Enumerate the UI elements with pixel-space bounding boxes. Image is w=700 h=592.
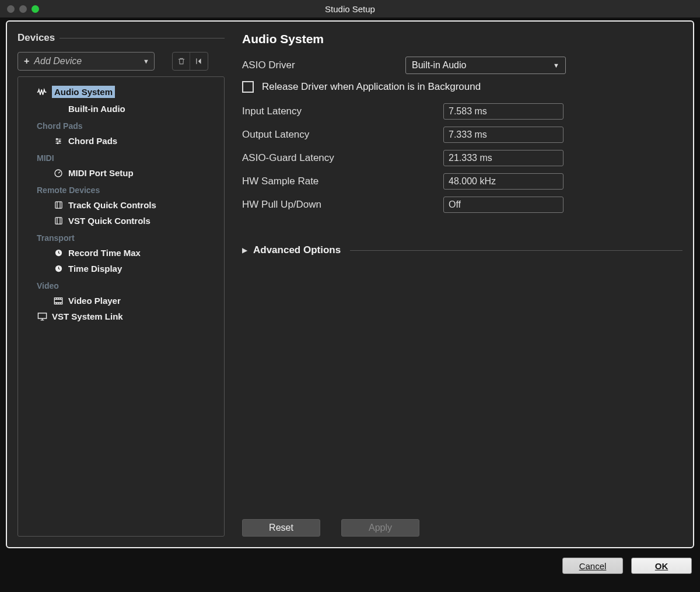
tree-item-audio-system[interactable]: Audio System <box>19 83 223 101</box>
input-latency-row: Input Latency 7.583 ms <box>242 103 682 120</box>
group-remote-devices: Remote Devices <box>19 181 223 197</box>
devices-tree: Audio System • Built-in Audio Chord Pads… <box>18 76 225 537</box>
apply-button[interactable]: Apply <box>341 519 419 537</box>
content-panel: Audio System ASIO Driver Built-in Audio … <box>242 32 682 537</box>
rewind-icon <box>195 57 203 65</box>
window-title: Studio Setup <box>0 4 700 14</box>
devices-icon-buttons <box>172 52 208 71</box>
ok-button[interactable]: OK <box>631 558 692 574</box>
asio-driver-select[interactable]: Built-in Audio ▼ <box>405 57 566 74</box>
tree-item-label: VST Quick Controls <box>68 216 150 226</box>
reset-button[interactable]: Reset <box>242 519 320 537</box>
clock-icon <box>53 264 64 273</box>
grid-icon <box>53 216 64 225</box>
tree-item-label: Chord Pads <box>68 136 117 146</box>
reset-button-label: Reset <box>269 523 293 533</box>
tree-item-label: Record Time Max <box>68 248 141 258</box>
output-latency-value: 7.333 ms <box>443 127 564 143</box>
send-to-back-button[interactable] <box>190 52 208 70</box>
dialog-footer: Cancel OK <box>0 548 700 583</box>
tree-item-built-in-audio[interactable]: • Built-in Audio <box>19 101 223 117</box>
devices-header: Devices <box>18 32 225 44</box>
divider <box>60 38 225 38</box>
devices-header-label: Devices <box>18 32 55 44</box>
advanced-options-label: Advanced Options <box>253 244 341 256</box>
release-driver-checkbox[interactable] <box>242 81 254 93</box>
group-midi: MIDI <box>19 149 223 165</box>
add-device-label: Add Device <box>34 56 82 66</box>
panel-bottom-buttons: Reset Apply <box>242 519 682 537</box>
hw-pull-label: HW Pull Up/Down <box>242 199 405 211</box>
devices-panel: Devices + Add Device ▼ <box>18 32 225 537</box>
tree-item-time-display[interactable]: Time Display <box>19 261 223 276</box>
tree-item-label: Video Player <box>68 296 121 306</box>
sliders-icon <box>53 137 64 145</box>
svg-rect-5 <box>55 218 61 224</box>
asio-driver-value: Built-in Audio <box>412 60 466 71</box>
clock-icon <box>53 248 64 257</box>
tree-item-label: MIDI Port Setup <box>68 168 134 178</box>
cancel-button[interactable]: Cancel <box>562 558 623 574</box>
panel-title: Audio System <box>242 32 682 46</box>
tree-item-label: Track Quick Controls <box>68 200 156 210</box>
tree-item-vst-system-link[interactable]: VST System Link <box>19 309 223 324</box>
chevron-down-icon: ▼ <box>553 62 559 69</box>
tree-item-chord-pads[interactable]: Chord Pads <box>19 133 223 149</box>
input-latency-value: 7.583 ms <box>443 103 564 120</box>
group-transport: Transport <box>19 229 223 245</box>
asio-guard-latency-row: ASIO-Guard Latency 21.333 ms <box>242 150 682 166</box>
tree-item-label: Audio System <box>52 86 115 98</box>
svg-point-2 <box>57 142 58 143</box>
devices-toolbar: + Add Device ▼ <box>18 52 225 71</box>
group-video: Video <box>19 276 223 293</box>
release-driver-label: Release Driver when Application is in Ba… <box>262 81 481 93</box>
add-device-button[interactable]: + Add Device ▼ <box>18 52 155 71</box>
group-chord-pads: Chord Pads <box>19 117 223 133</box>
svg-rect-4 <box>55 202 61 208</box>
chevron-down-icon: ▼ <box>143 58 149 65</box>
svg-point-0 <box>57 138 58 139</box>
tree-item-track-quick-controls[interactable]: Track Quick Controls <box>19 197 223 213</box>
waveform-icon <box>37 88 47 96</box>
cancel-button-label: Cancel <box>579 561 607 571</box>
asio-driver-label: ASIO Driver <box>242 59 405 71</box>
ok-button-label: OK <box>655 561 668 571</box>
output-latency-row: Output Latency 7.333 ms <box>242 127 682 143</box>
grid-icon <box>53 201 64 209</box>
gauge-icon <box>53 169 64 178</box>
input-latency-label: Input Latency <box>242 106 405 117</box>
output-latency-label: Output Latency <box>242 129 405 141</box>
plus-icon: + <box>24 56 29 66</box>
tree-item-midi-port-setup[interactable]: MIDI Port Setup <box>19 165 223 181</box>
asio-driver-row: ASIO Driver Built-in Audio ▼ <box>242 57 682 74</box>
hw-sample-rate-label: HW Sample Rate <box>242 176 405 187</box>
chevron-right-icon: ▶ <box>242 246 247 254</box>
tree-item-record-time-max[interactable]: Record Time Max <box>19 245 223 261</box>
tree-item-label: VST System Link <box>52 311 123 321</box>
asio-guard-latency-label: ASIO-Guard Latency <box>242 152 405 164</box>
asio-guard-latency-value: 21.333 ms <box>443 150 564 166</box>
apply-button-label: Apply <box>369 523 392 533</box>
delete-device-button[interactable] <box>173 52 190 70</box>
tree-item-vst-quick-controls[interactable]: VST Quick Controls <box>19 213 223 229</box>
hw-pull-row: HW Pull Up/Down Off <box>242 197 682 213</box>
hw-sample-rate-row: HW Sample Rate 48.000 kHz <box>242 173 682 190</box>
tree-item-video-player[interactable]: Video Player <box>19 293 223 309</box>
titlebar: Studio Setup <box>0 0 700 17</box>
window-controls <box>7 5 39 13</box>
hw-pull-value: Off <box>443 197 564 213</box>
tree-item-label: Built-in Audio <box>68 104 125 114</box>
monitor-icon <box>37 312 47 321</box>
advanced-options-header[interactable]: ▶ Advanced Options <box>242 244 682 256</box>
zoom-window-icon[interactable] <box>32 5 39 13</box>
film-icon <box>53 297 64 305</box>
svg-rect-9 <box>38 313 46 318</box>
trash-icon <box>177 57 186 65</box>
divider <box>350 250 682 251</box>
hw-sample-rate-value: 48.000 kHz <box>443 173 564 190</box>
svg-point-1 <box>59 140 60 141</box>
close-window-icon[interactable] <box>7 5 15 13</box>
minimize-window-icon[interactable] <box>19 5 27 13</box>
tree-item-label: Time Display <box>68 264 122 274</box>
window-body: Devices + Add Device ▼ <box>6 20 694 548</box>
